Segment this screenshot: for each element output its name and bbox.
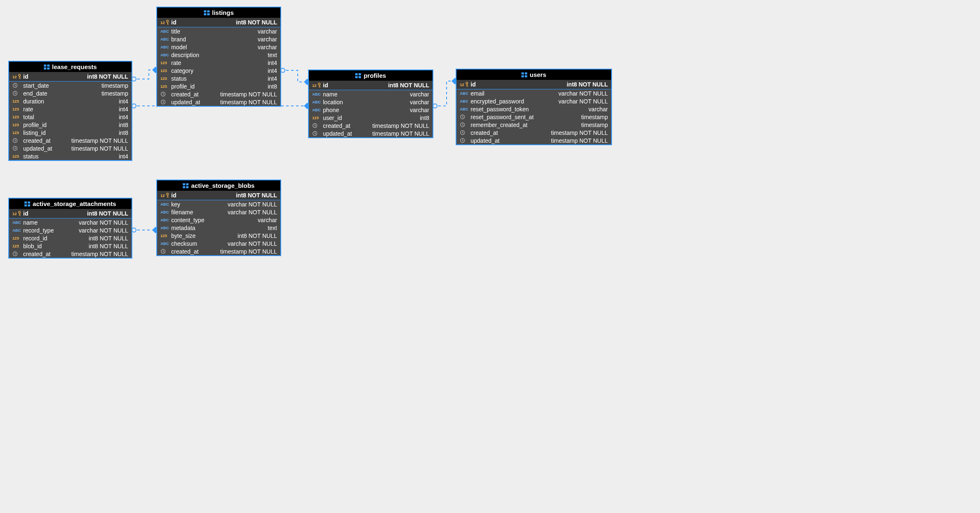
column-name: created_at [171,91,201,98]
numeric-type-icon: 123 [12,122,23,127]
column-row[interactable]: ABCkeyvarchar NOT NULL [157,200,280,208]
column-row[interactable]: 123blob_idint8 NOT NULL [9,242,131,250]
column-row[interactable]: 123record_idint8 NOT NULL [9,234,131,242]
pk-type: int8 NOT NULL [31,210,128,217]
column-row[interactable]: ABCreset_password_tokenvarchar [457,105,611,113]
column-row[interactable]: ABCrecord_typevarchar NOT NULL [9,226,131,234]
column-row[interactable]: created_attimestamp NOT NULL [157,247,280,255]
table-active-storage-attachments[interactable]: active_storage_attachments 12 id int8 NO… [8,198,132,259]
column-type: varchar NOT NULL [526,98,608,105]
pk-row[interactable]: 12 id int8 NOT NULL [157,18,280,27]
column-row[interactable]: ABCmodelvarchar [157,43,280,51]
column-name: location [323,99,345,105]
table-icon [44,65,50,70]
column-name: end_date [23,90,50,97]
pk-row[interactable]: 12 id int8 NOT NULL [9,72,131,82]
timestamp-type-icon [460,114,471,120]
column-row[interactable]: 123rateint4 [9,105,131,113]
column-row[interactable]: created_attimestamp NOT NULL [9,137,131,144]
column-row[interactable]: end_datetimestamp [9,89,131,97]
column-row[interactable]: start_datetimestamp [9,82,131,89]
column-row[interactable]: 123totalint4 [9,113,131,121]
column-row[interactable]: ABCemailvarchar NOT NULL [457,89,611,97]
text-type-icon: ABC [160,45,171,49]
column-row[interactable]: reset_password_sent_attimestamp [457,113,611,121]
column-name: email [471,90,487,97]
column-row[interactable]: 123user_idint8 [309,114,433,122]
column-type: varchar [207,217,277,223]
svg-rect-50 [183,186,185,188]
column-name: encrypted_password [471,98,526,105]
column-row[interactable]: ABClocationvarchar [309,98,433,106]
column-row[interactable]: ABCcontent_typevarchar [157,216,280,224]
column-row[interactable]: ABCdescriptiontext [157,51,280,59]
column-row[interactable]: created_attimestamp NOT NULL [457,129,611,137]
column-row[interactable]: updated_attimestamp NOT NULL [457,137,611,144]
column-row[interactable]: 123byte_sizeint8 NOT NULL [157,232,280,240]
column-row[interactable]: ABCbrandvarchar [157,35,280,43]
column-type: int8 NOT NULL [50,235,128,242]
table-active-storage-blobs[interactable]: active_storage_blobs 12 id int8 NOT NULL… [156,180,281,256]
pk-icon: 12 [460,82,471,87]
column-type: varchar NOT NULL [487,90,608,97]
column-name: reset_password_token [471,106,531,113]
column-row[interactable]: 123profile_idint8 [157,82,280,90]
column-row[interactable]: ABCencrypted_passwordvarchar NOT NULL [457,97,611,105]
svg-rect-36 [525,75,527,77]
timestamp-type-icon [460,130,471,135]
pk-row[interactable]: 12 id int8 NOT NULL [309,81,433,90]
text-type-icon: ABC [160,210,171,214]
column-row[interactable]: ABCchecksumvarchar NOT NULL [157,240,280,247]
pk-row[interactable]: 12 id int8 NOT NULL [157,191,280,200]
column-row[interactable]: 123listing_idint8 [9,129,131,137]
column-row[interactable]: 123statusint4 [9,152,131,160]
column-type: varchar NOT NULL [183,201,277,208]
table-users[interactable]: users 12 id int8 NOT NULL ABCemailvarcha… [456,69,612,145]
table-title: profiles [363,72,386,79]
column-row[interactable]: remember_created_attimestamp [457,121,611,129]
column-type: timestamp [50,90,128,97]
column-row[interactable]: 123profile_idint8 [9,121,131,129]
text-type-icon: ABC [160,29,171,34]
table-profiles[interactable]: profiles 12 id int8 NOT NULL ABCnamevarc… [308,70,433,138]
column-row[interactable]: 123statusint4 [157,74,280,82]
svg-rect-27 [359,73,361,75]
column-row[interactable]: updated_attimestamp NOT NULL [9,144,131,152]
svg-point-2 [281,68,285,72]
table-lease-requests[interactable]: lease_requests 12 id int8 NOT NULL start… [8,61,132,161]
column-row[interactable]: 123rateint4 [157,59,280,67]
svg-rect-35 [521,75,524,77]
pk-row[interactable]: 12 id int8 NOT NULL [9,209,131,218]
er-diagram-canvas: lease_requests 12 id int8 NOT NULL start… [0,0,629,331]
pk-name: id [171,19,179,26]
column-row[interactable]: ABCtitlevarchar [157,27,280,35]
column-list: ABCnamevarchar NOT NULLABCrecord_typevar… [9,218,131,258]
pk-row[interactable]: 12 id int8 NOT NULL [457,80,611,89]
column-row[interactable]: created_attimestamp NOT NULL [9,250,131,258]
column-row[interactable]: ABCnamevarchar NOT NULL [9,218,131,226]
table-listings[interactable]: listings 12 id int8 NOT NULL ABCtitlevar… [156,7,281,107]
column-row[interactable]: created_attimestamp NOT NULL [157,90,280,98]
svg-rect-43 [28,201,30,204]
column-row[interactable]: ABCfilenamevarchar NOT NULL [157,208,280,216]
column-row[interactable]: updated_attimestamp NOT NULL [157,98,280,106]
text-type-icon: ABC [160,53,171,57]
column-row[interactable]: ABCphonevarchar [309,106,433,114]
text-type-icon: ABC [160,202,171,206]
column-row[interactable]: 123categoryint4 [157,67,280,74]
numeric-type-icon: 123 [312,115,323,120]
svg-rect-48 [183,183,185,185]
column-row[interactable]: updated_attimestamp NOT NULL [309,129,433,137]
column-row[interactable]: 123durationint4 [9,97,131,105]
svg-rect-29 [359,76,361,78]
column-type: int4 [36,106,128,113]
column-name: reset_password_sent_at [471,114,536,120]
column-type: varchar [345,99,429,105]
column-row[interactable]: ABCmetadatatext [157,224,280,232]
pk-type: int8 NOT NULL [478,81,608,88]
column-row[interactable]: ABCnamevarchar [309,90,433,98]
numeric-type-icon: 123 [160,68,171,73]
text-type-icon: ABC [460,91,471,96]
text-type-icon: ABC [312,108,323,112]
column-row[interactable]: created_attimestamp NOT NULL [309,122,433,129]
